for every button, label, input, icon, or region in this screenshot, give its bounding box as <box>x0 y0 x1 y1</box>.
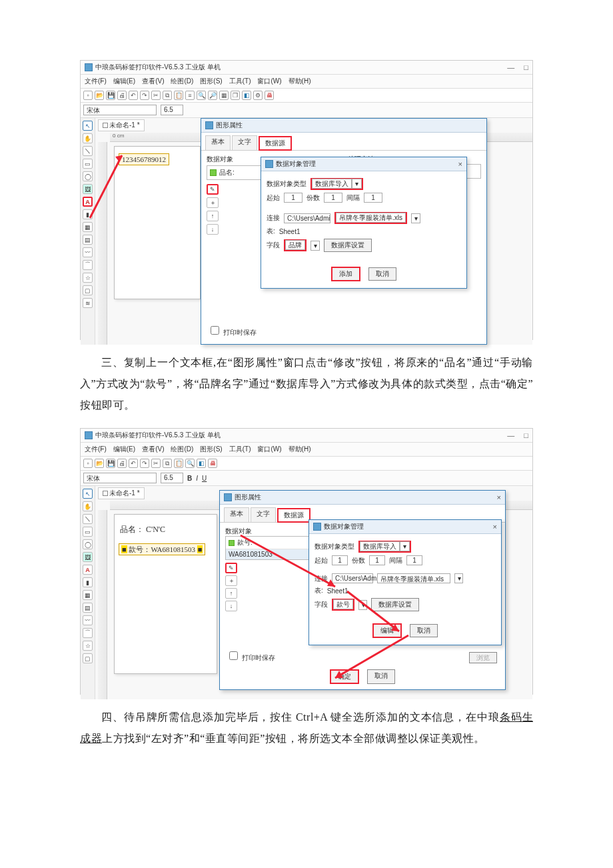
barcode-icon[interactable]: ▮ <box>83 209 93 219</box>
round-rect-icon[interactable]: ▢ <box>83 653 93 663</box>
new-icon[interactable]: ▫ <box>83 91 93 100</box>
redo-icon[interactable]: ↷ <box>140 459 149 468</box>
cut-icon[interactable]: ✂ <box>151 459 161 468</box>
text-tool-icon[interactable]: A <box>83 565 93 575</box>
qr-icon[interactable]: ▦ <box>83 222 93 232</box>
copy-icon[interactable]: ⧉ <box>163 459 172 468</box>
table-icon[interactable]: ▤ <box>83 235 93 245</box>
maximize-icon[interactable]: □ <box>524 63 528 71</box>
zoom-out-icon[interactable]: 🔎 <box>208 91 217 100</box>
cancel-button[interactable]: 取消 <box>410 624 438 637</box>
cut-icon[interactable]: ✂ <box>151 91 161 100</box>
down-item-icon[interactable]: ↓ <box>207 224 219 235</box>
db-settings-button[interactable]: 数据库设置 <box>324 239 372 252</box>
conn-file-input[interactable]: 吊牌冬季服装清单.xls <box>377 573 450 583</box>
count-input[interactable]: 1 <box>324 193 342 203</box>
close-icon[interactable]: × <box>493 523 497 531</box>
menu-window[interactable]: 窗口(W) <box>257 77 281 86</box>
menu-file[interactable]: 文件(F) <box>85 77 107 86</box>
zoom-in-icon[interactable]: 🔍 <box>185 459 195 468</box>
hand-icon[interactable]: ✋ <box>83 133 93 143</box>
text-tool-icon[interactable]: A <box>83 197 93 207</box>
open-icon[interactable]: 📂 <box>95 91 104 100</box>
rect-icon[interactable]: ▭ <box>83 159 93 169</box>
line-icon[interactable]: ＼ <box>83 514 93 524</box>
conn-path-input[interactable]: C:\Users\Adm <box>332 573 373 583</box>
copy-icon[interactable]: ⧉ <box>163 91 172 100</box>
ellipse-icon[interactable]: ◯ <box>83 171 93 181</box>
arc-icon[interactable]: ⌒ <box>83 628 93 638</box>
list-item-1[interactable]: 款号: <box>237 538 253 547</box>
close-icon[interactable]: × <box>497 493 501 501</box>
selected-textbox[interactable]: 123456789012 <box>119 153 169 165</box>
menu-shape[interactable]: 图形(S) <box>200 77 222 86</box>
new-icon[interactable]: ▫ <box>83 459 93 468</box>
conn-dropdown-icon[interactable]: ▾ <box>454 573 463 583</box>
tab-datasource[interactable]: 数据源 <box>277 508 310 523</box>
font-name-combo[interactable]: 宋体 <box>83 473 157 483</box>
print-red-icon[interactable]: 🖶 <box>208 459 217 468</box>
db-icon[interactable]: ◧ <box>197 459 206 468</box>
align-icon[interactable]: ≡ <box>185 91 195 100</box>
db-icon[interactable]: ◧ <box>242 91 251 100</box>
font-name-combo[interactable]: 宋体 <box>83 105 157 115</box>
document-tab[interactable]: 未命名-1 * <box>98 119 145 131</box>
type-dropdown-icon[interactable]: ▾ <box>352 179 362 189</box>
data-object-item[interactable]: 品名: <box>219 168 235 177</box>
db-settings-button[interactable]: 数据库设置 <box>371 598 419 611</box>
type-dropdown-icon[interactable]: ▾ <box>400 541 410 551</box>
minimize-icon[interactable]: — <box>507 431 514 439</box>
layers-icon[interactable]: ❐ <box>231 91 240 100</box>
paste-icon[interactable]: 📋 <box>174 459 183 468</box>
edit-item-icon[interactable]: ✎ <box>225 563 237 573</box>
star-icon[interactable]: ☆ <box>83 273 93 283</box>
menu-view[interactable]: 查看(V) <box>142 445 164 454</box>
field-combo[interactable]: 品牌 <box>285 240 305 250</box>
up-item-icon[interactable]: ↑ <box>225 588 237 599</box>
conn-dropdown-icon[interactable]: ▾ <box>411 213 420 223</box>
print-red-icon[interactable]: 🖶 <box>265 91 274 100</box>
save-icon[interactable]: 💾 <box>106 91 115 100</box>
menu-help[interactable]: 帮助(H) <box>289 445 311 454</box>
menu-tools[interactable]: 工具(T) <box>229 445 251 454</box>
field-combo[interactable]: 款号 <box>333 599 353 609</box>
page-area[interactable]: 品名： C'N'C ■ 款号：WA681081503 ■ <box>114 514 217 674</box>
grid-icon[interactable]: ▦ <box>219 91 229 100</box>
star-icon[interactable]: ☆ <box>83 641 93 651</box>
image-icon[interactable]: 🖼 <box>83 184 93 194</box>
zoom-in-icon[interactable]: 🔍 <box>197 91 206 100</box>
qr-icon[interactable]: ▦ <box>83 590 93 600</box>
start-input[interactable]: 1 <box>332 555 348 565</box>
menu-window[interactable]: 窗口(W) <box>257 445 281 454</box>
menu-draw[interactable]: 绘图(D) <box>171 77 193 86</box>
canvas[interactable]: 未命名-1 * 0 cm 123456789012 图形属性 基本 文字 <box>95 118 532 345</box>
print-save-checkbox[interactable] <box>229 651 238 660</box>
cancel-button[interactable]: 取消 <box>367 669 395 684</box>
line-icon[interactable]: ＼ <box>83 146 93 156</box>
round-rect-icon[interactable]: ▢ <box>83 285 93 295</box>
tab-basic[interactable]: 基本 <box>205 135 231 150</box>
menu-file[interactable]: 文件(F) <box>85 445 107 454</box>
conn-file-input[interactable]: 吊牌冬季服装清单.xls <box>336 213 406 223</box>
field-dropdown-icon[interactable]: ▾ <box>358 600 367 610</box>
document-tab[interactable]: 未命名-1 * <box>98 487 145 499</box>
font-size-combo[interactable]: 6.5 <box>161 473 183 483</box>
paste-icon[interactable]: 📋 <box>174 91 183 100</box>
gap-input[interactable]: 1 <box>364 193 382 203</box>
image-icon[interactable]: 🖼 <box>83 552 93 562</box>
menu-help[interactable]: 帮助(H) <box>289 77 311 86</box>
type-combo[interactable]: 数据库导入 <box>360 541 400 551</box>
arc-icon[interactable]: ⌒ <box>83 260 93 270</box>
tab-basic[interactable]: 基本 <box>224 507 249 522</box>
ellipse-icon[interactable]: ◯ <box>83 539 93 549</box>
rect-icon[interactable]: ▭ <box>83 527 93 537</box>
menu-edit[interactable]: 编辑(E) <box>113 77 135 86</box>
spacing-icon[interactable]: ≋ <box>83 298 93 308</box>
curve-icon[interactable]: 〰 <box>83 247 93 257</box>
tab-text[interactable]: 文字 <box>232 135 257 150</box>
count-input[interactable]: 1 <box>369 555 385 565</box>
ok-button[interactable]: 确定 <box>330 669 359 684</box>
print-icon[interactable]: 🖨 <box>117 459 127 468</box>
save-icon[interactable]: 💾 <box>106 459 115 468</box>
font-size-combo[interactable]: 6.5 <box>161 105 183 115</box>
